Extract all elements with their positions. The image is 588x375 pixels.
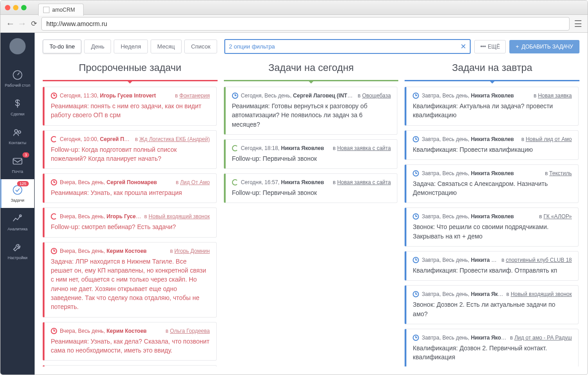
clock-icon xyxy=(413,335,419,341)
task-card[interactable]: Вчера, Весь день, Игорь Гусев Introveв Н… xyxy=(43,207,217,237)
task-card[interactable]: Вчера, Весь день, Сергей Пономаревв Лид … xyxy=(43,173,217,203)
task-card[interactable]: Вчера, Весь день, Керим Костоевв Ольга Г… xyxy=(43,322,217,361)
clock-icon xyxy=(413,213,419,220)
sidebar-item-mail[interactable]: Почта 3 xyxy=(0,150,35,179)
task-location[interactable]: в Новая заявка с сайта xyxy=(333,145,391,151)
task-location[interactable]: в Новая заявка с сайта xyxy=(333,179,391,185)
view-day[interactable]: День xyxy=(84,40,111,53)
task-card[interactable]: Сегодня, 11:30, Игорь Гусев Introvertв Ф… xyxy=(43,87,217,126)
column-title: Задачи на сегодня xyxy=(224,58,399,80)
browser-menu-icon[interactable]: ☰ xyxy=(574,18,582,29)
tab-title: amoCRM xyxy=(52,7,75,13)
task-card[interactable]: Завтра, Весь день, Никита Яковлевв Лид о… xyxy=(405,329,579,366)
column-separator xyxy=(224,80,399,81)
page-icon xyxy=(43,7,49,13)
task-location[interactable]: в Игорь Домнин xyxy=(170,248,210,254)
task-card[interactable]: Завтра, Весь день, Никита Яковлевв Новый… xyxy=(405,285,579,324)
filter-input[interactable]: 2 опции фильтра ✕ xyxy=(224,39,471,54)
main-area: To-do line День Неделя Месяц Список 2 оп… xyxy=(35,33,588,375)
task-card[interactable]: Завтра, Весь день, Никита Яковлевв Текст… xyxy=(405,164,579,203)
task-card[interactable]: Сегодня, Весь день, Сергей Лаговец (INTR… xyxy=(224,87,398,135)
task-location[interactable]: в спортивный клуб CLUB 18 xyxy=(501,257,572,263)
column-body-today[interactable]: Сегодня, Весь день, Сергей Лаговец (INTR… xyxy=(224,87,399,366)
sidebar-item-contacts[interactable]: Контакты xyxy=(0,122,35,150)
tasks-badge: 125 xyxy=(17,181,28,186)
view-tabs: To-do line День Неделя Месяц Список xyxy=(43,40,217,53)
browser-navbar: ← → ⟳ http://www.amocrm.ru ☰ xyxy=(0,15,588,33)
spinner-icon xyxy=(232,145,238,151)
task-location[interactable]: в Фонтанерия xyxy=(175,93,209,99)
clock-icon xyxy=(51,179,57,185)
sidebar-item-deals[interactable]: Сделки xyxy=(0,93,35,122)
clock-icon xyxy=(413,170,419,176)
sidebar-item-settings[interactable]: Настройки xyxy=(0,237,35,265)
task-meta: Сегодня, Весь день, Сергей Лаговец (INTR… xyxy=(241,93,355,99)
view-todo-line[interactable]: To-do line xyxy=(43,40,81,53)
task-description: Follow-up: Первичный звонок xyxy=(232,188,391,197)
mail-icon xyxy=(11,155,24,168)
task-location[interactable]: в Новая заявка xyxy=(534,93,572,99)
view-month[interactable]: Месяц xyxy=(151,40,182,53)
task-location[interactable]: в Лид От Амо xyxy=(176,179,210,185)
task-meta: Сегодня, 11:30, Игорь Гусев Introvert xyxy=(60,93,172,99)
sidebar-item-tasks[interactable]: Задачи 125 xyxy=(0,179,34,208)
browser-tab[interactable]: amoCRM xyxy=(38,4,84,16)
view-week[interactable]: Неделя xyxy=(114,40,147,53)
task-meta: Сегодня, 16:57, Никита Яковлев xyxy=(241,179,330,185)
task-description: Задача: ЛПР находится в Нижнем Тагиле. В… xyxy=(51,257,210,312)
filter-clear-icon[interactable]: ✕ xyxy=(460,42,466,51)
maximize-window-dot[interactable] xyxy=(21,5,27,10)
task-description: Follow-up: Когда подготовит полный списо… xyxy=(51,145,210,163)
url-bar[interactable]: http://www.amocrm.ru xyxy=(41,17,570,31)
close-window-dot[interactable] xyxy=(5,5,10,10)
task-location[interactable]: в Новый входящий звонок xyxy=(144,213,210,220)
avatar[interactable] xyxy=(9,38,26,54)
column-today: Задачи на сегодня Сегодня, Весь день, Се… xyxy=(224,58,399,366)
task-card[interactable]: Вчера, Весь день, Сергей Лаговец (INTROV… xyxy=(43,365,217,366)
task-description: Квалификация: Дозвон 2. Первичный контак… xyxy=(413,344,572,362)
task-card[interactable]: Сегодня, 10:00, Сергей Пономаревв Жд Лог… xyxy=(43,130,217,169)
forward-button[interactable]: → xyxy=(18,18,27,29)
wrench-icon xyxy=(11,241,24,254)
column-body-tomorrow[interactable]: Завтра, Весь день, Никита Яковлевв Новая… xyxy=(405,87,579,366)
sidebar-item-label: Почта xyxy=(0,169,35,174)
filter-text: 2 опции фильтра xyxy=(229,43,460,50)
task-meta: Завтра, Весь день, Никита Яковлев xyxy=(422,257,499,263)
task-location[interactable]: в Новый входящий звонок xyxy=(506,291,572,297)
task-card[interactable]: Завтра, Весь день, Никита Яковлевв Новая… xyxy=(405,87,579,126)
ellipsis-icon: ••• xyxy=(480,44,486,50)
task-location[interactable]: в Лид от амо - РА Радуш xyxy=(510,335,572,341)
column-body-overdue[interactable]: Сегодня, 11:30, Игорь Гусев Introvertв Ф… xyxy=(43,87,218,366)
view-list[interactable]: Список xyxy=(184,40,217,53)
spinner-icon xyxy=(51,136,57,142)
task-location[interactable]: в Новый лид от Амо xyxy=(521,136,572,142)
sidebar-item-label: Рабочий стол xyxy=(0,83,35,88)
task-card[interactable]: Сегодня, 18:18, Никита Яковлевв Новая за… xyxy=(224,139,398,169)
add-task-button[interactable]: +ДОБАВИТЬ ЗАДАЧУ xyxy=(509,40,579,53)
sidebar-item-dashboard[interactable]: Рабочий стол xyxy=(0,64,35,93)
task-card[interactable]: Сегодня, 16:57, Никита Яковлевв Новая за… xyxy=(224,173,398,203)
spinner-icon xyxy=(51,213,57,220)
minimize-window-dot[interactable] xyxy=(13,5,18,10)
task-meta: Вчера, Весь день, Керим Костоев xyxy=(60,328,163,334)
app-root: Рабочий стол Сделки Контакты Почта 3 Зад… xyxy=(0,33,588,375)
task-card[interactable]: Вчера, Весь день, Керим Костоевв Игорь Д… xyxy=(43,242,217,318)
task-card[interactable]: Завтра, Весь день, Никита Яковлевв ГК «А… xyxy=(405,207,579,247)
column-overdue: Просроченные задачи Сегодня, 11:30, Игор… xyxy=(43,58,218,366)
column-tomorrow: Задачи на завтра Завтра, Весь день, Ники… xyxy=(405,58,579,366)
task-location[interactable]: в ГК «АЛОР» xyxy=(539,213,572,220)
task-location[interactable]: в Овощебаза xyxy=(358,93,391,99)
column-title: Просроченные задачи xyxy=(43,58,218,80)
task-location[interactable]: в Текстиль xyxy=(545,170,572,176)
task-description: Звонок: Что решили со своими подрядчикам… xyxy=(413,222,572,241)
browser-titlebar: amoCRM xyxy=(0,0,588,15)
back-button[interactable]: ← xyxy=(6,18,15,29)
more-button[interactable]: •••ЕЩЁ xyxy=(474,40,506,53)
task-location[interactable]: в Ольга Гордеева xyxy=(165,328,209,334)
sidebar-item-analytics[interactable]: Аналитика xyxy=(0,208,35,237)
reload-button[interactable]: ⟳ xyxy=(31,19,37,28)
column-separator xyxy=(43,80,218,81)
task-location[interactable]: в Жд Логистика ЕКБ (Андрей) xyxy=(135,136,209,142)
task-card[interactable]: Завтра, Весь день, Никита Яковлевв Новый… xyxy=(405,130,579,160)
task-card[interactable]: Завтра, Весь день, Никита Яковлевв спорт… xyxy=(405,251,579,281)
